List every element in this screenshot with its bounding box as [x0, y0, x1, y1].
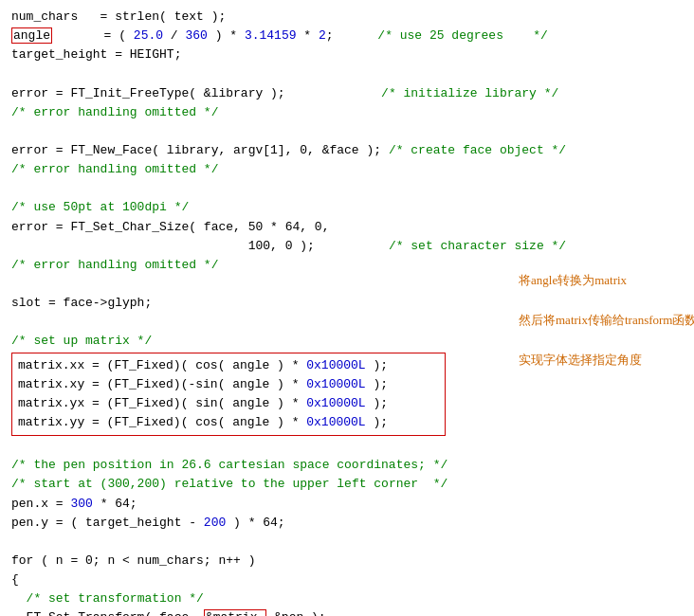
line-11: /* use 50pt at 100dpi */: [11, 198, 504, 217]
line-24: /* the pen position in 26.6 cartesian sp…: [11, 456, 504, 475]
line-30: {: [11, 571, 504, 589]
matrix-row-3: matrix.yx = (FT_Fixed)( sin( angle ) * 0…: [18, 394, 439, 413]
line-32: FT_Set_Transform( face, &matrix, &pen );: [11, 608, 504, 616]
line-16: slot = face->glyph;: [11, 294, 504, 313]
annotation-1: 将angle转换为matrix: [519, 271, 694, 290]
blank-6: [11, 437, 504, 456]
blank-7: [11, 533, 504, 552]
annotations: 将angle转换为matrix 然后将matrix传输给transform函数 …: [519, 269, 694, 370]
code-area: num_chars = strlen( text ); angle = ( 25…: [11, 8, 504, 616]
blank-3: [11, 179, 504, 198]
annotation-2: 然后将matrix传输给transform函数: [519, 311, 694, 330]
blank-5: [11, 313, 504, 332]
angle-highlight: angle: [11, 27, 52, 44]
line-6: /* error handling omitted */: [11, 103, 504, 122]
line-29: for ( n = 0; n < num_chars; n++ ): [11, 552, 504, 571]
line-27: pen.y = ( target_height - 200 ) * 64;: [11, 514, 504, 533]
annotation-3: 实现字体选择指定角度: [519, 351, 694, 370]
matrix-block: matrix.xx = (FT_Fixed)( cos( angle ) * 0…: [11, 353, 446, 437]
line-8: error = FT_New_Face( library, argv[1], 0…: [11, 141, 504, 160]
matrix-highlight: &matrix,: [204, 609, 266, 616]
line-14: /* error handling omitted */: [11, 256, 504, 275]
line-25: /* start at (300,200) relative to the up…: [11, 475, 504, 494]
line-1: num_chars = strlen( text );: [11, 8, 504, 27]
blank-4: [11, 275, 504, 294]
line-9: /* error handling omitted */: [11, 160, 504, 179]
blank-2: [11, 122, 504, 141]
blank-1: [11, 64, 504, 83]
code-container: num_chars = strlen( text ); angle = ( 25…: [11, 8, 683, 616]
line-31: /* set transformation */: [11, 589, 504, 608]
matrix-row-4: matrix.yy = (FT_Fixed)( cos( angle ) * 0…: [18, 413, 439, 432]
line-13: 100, 0 ); /* set character size */: [11, 237, 504, 256]
line-3: target_height = HEIGHT;: [11, 45, 504, 64]
line-12: error = FT_Set_Char_Size( face, 50 * 64,…: [11, 218, 504, 237]
line-18: /* set up matrix */: [11, 332, 504, 351]
matrix-row-1: matrix.xx = (FT_Fixed)( cos( angle ) * 0…: [18, 356, 439, 375]
matrix-row-2: matrix.xy = (FT_Fixed)(-sin( angle ) * 0…: [18, 375, 439, 394]
line-2: angle = ( 25.0 / 360 ) * 3.14159 * 2; /*…: [11, 27, 504, 45]
line-26: pen.x = 300 * 64;: [11, 495, 504, 514]
line-5: error = FT_Init_FreeType( &library ); /*…: [11, 84, 504, 103]
